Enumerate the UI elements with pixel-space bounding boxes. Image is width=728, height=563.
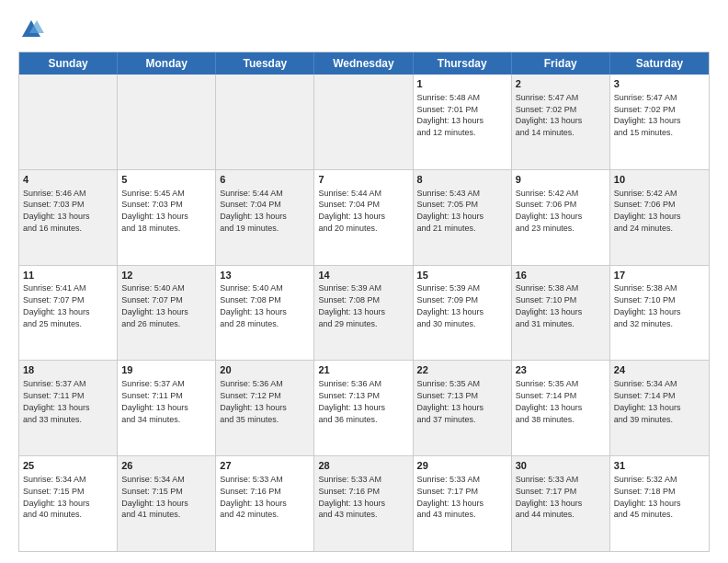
cal-row-3: 18Sunrise: 5:37 AM Sunset: 7:11 PM Dayli… — [19, 361, 709, 456]
cal-cell-27: 27Sunrise: 5:33 AM Sunset: 7:16 PM Dayli… — [216, 456, 314, 551]
cal-row-0: 1Sunrise: 5:48 AM Sunset: 7:01 PM Daylig… — [19, 75, 709, 170]
day-number: 1 — [417, 77, 507, 91]
cal-cell-3: 3Sunrise: 5:47 AM Sunset: 7:02 PM Daylig… — [610, 75, 709, 169]
cal-cell-18: 18Sunrise: 5:37 AM Sunset: 7:11 PM Dayli… — [19, 361, 118, 455]
cell-info: Sunrise: 5:46 AM Sunset: 7:03 PM Dayligh… — [23, 189, 90, 233]
day-number: 19 — [121, 363, 211, 377]
day-number: 15 — [417, 269, 507, 282]
cal-cell-9: 9Sunrise: 5:42 AM Sunset: 7:06 PM Daylig… — [512, 170, 610, 265]
logo — [18, 17, 48, 42]
cell-info: Sunrise: 5:34 AM Sunset: 7:15 PM Dayligh… — [121, 475, 188, 519]
cal-cell-11: 11Sunrise: 5:41 AM Sunset: 7:07 PM Dayli… — [19, 266, 118, 361]
cal-cell-10: 10Sunrise: 5:42 AM Sunset: 7:06 PM Dayli… — [610, 170, 709, 265]
cell-info: Sunrise: 5:44 AM Sunset: 7:04 PM Dayligh… — [220, 189, 287, 233]
cal-cell-22: 22Sunrise: 5:35 AM Sunset: 7:13 PM Dayli… — [414, 361, 512, 455]
cal-cell-empty-0-3 — [314, 75, 413, 169]
day-number: 10 — [614, 173, 705, 187]
cal-cell-17: 17Sunrise: 5:38 AM Sunset: 7:10 PM Dayli… — [610, 266, 709, 361]
cell-info: Sunrise: 5:32 AM Sunset: 7:18 PM Dayligh… — [614, 475, 681, 519]
cell-info: Sunrise: 5:39 AM Sunset: 7:08 PM Dayligh… — [318, 283, 385, 327]
cal-header-tuesday: Tuesday — [216, 52, 314, 75]
day-number: 7 — [318, 173, 408, 187]
calendar-header-row: SundayMondayTuesdayWednesdayThursdayFrid… — [19, 52, 709, 75]
day-number: 5 — [121, 173, 211, 187]
cell-info: Sunrise: 5:42 AM Sunset: 7:06 PM Dayligh… — [614, 189, 681, 233]
day-number: 26 — [121, 459, 211, 473]
cal-row-2: 11Sunrise: 5:41 AM Sunset: 7:07 PM Dayli… — [19, 266, 709, 362]
day-number: 4 — [23, 173, 113, 187]
day-number: 29 — [417, 459, 507, 473]
page: SundayMondayTuesdayWednesdayThursdayFrid… — [0, 0, 728, 563]
day-number: 31 — [614, 459, 705, 473]
cell-info: Sunrise: 5:36 AM Sunset: 7:12 PM Dayligh… — [220, 379, 287, 423]
day-number: 27 — [220, 459, 310, 473]
cal-cell-empty-0-1 — [118, 75, 216, 169]
cal-cell-31: 31Sunrise: 5:32 AM Sunset: 7:18 PM Dayli… — [610, 456, 709, 551]
cell-info: Sunrise: 5:37 AM Sunset: 7:11 PM Dayligh… — [23, 379, 90, 423]
day-number: 24 — [614, 363, 705, 377]
cal-cell-empty-0-2 — [216, 75, 314, 169]
day-number: 22 — [417, 363, 507, 377]
cal-cell-23: 23Sunrise: 5:35 AM Sunset: 7:14 PM Dayli… — [512, 361, 610, 455]
cal-cell-16: 16Sunrise: 5:38 AM Sunset: 7:10 PM Dayli… — [512, 266, 610, 361]
cell-info: Sunrise: 5:33 AM Sunset: 7:16 PM Dayligh… — [220, 475, 287, 519]
cal-cell-1: 1Sunrise: 5:48 AM Sunset: 7:01 PM Daylig… — [414, 75, 512, 169]
cal-header-saturday: Saturday — [610, 52, 709, 75]
cell-info: Sunrise: 5:33 AM Sunset: 7:17 PM Dayligh… — [417, 475, 484, 519]
day-number: 14 — [318, 269, 408, 282]
cal-cell-4: 4Sunrise: 5:46 AM Sunset: 7:03 PM Daylig… — [19, 170, 118, 265]
cell-info: Sunrise: 5:38 AM Sunset: 7:10 PM Dayligh… — [516, 283, 583, 327]
cell-info: Sunrise: 5:34 AM Sunset: 7:14 PM Dayligh… — [614, 379, 681, 423]
cell-info: Sunrise: 5:45 AM Sunset: 7:03 PM Dayligh… — [121, 189, 188, 233]
cal-header-friday: Friday — [512, 52, 610, 75]
cell-info: Sunrise: 5:43 AM Sunset: 7:05 PM Dayligh… — [417, 189, 484, 233]
cell-info: Sunrise: 5:33 AM Sunset: 7:16 PM Dayligh… — [318, 475, 385, 519]
cal-cell-14: 14Sunrise: 5:39 AM Sunset: 7:08 PM Dayli… — [314, 266, 413, 361]
cell-info: Sunrise: 5:44 AM Sunset: 7:04 PM Dayligh… — [318, 189, 385, 233]
cell-info: Sunrise: 5:47 AM Sunset: 7:02 PM Dayligh… — [516, 93, 583, 137]
cell-info: Sunrise: 5:40 AM Sunset: 7:07 PM Dayligh… — [121, 283, 188, 327]
day-number: 21 — [318, 363, 408, 377]
cell-info: Sunrise: 5:41 AM Sunset: 7:07 PM Dayligh… — [23, 283, 90, 327]
day-number: 3 — [614, 77, 705, 91]
cal-cell-24: 24Sunrise: 5:34 AM Sunset: 7:14 PM Dayli… — [610, 361, 709, 455]
cal-row-4: 25Sunrise: 5:34 AM Sunset: 7:15 PM Dayli… — [19, 456, 709, 551]
calendar: SundayMondayTuesdayWednesdayThursdayFrid… — [18, 52, 710, 552]
cell-info: Sunrise: 5:38 AM Sunset: 7:10 PM Dayligh… — [614, 283, 681, 327]
day-number: 16 — [516, 269, 606, 282]
day-number: 13 — [220, 269, 310, 282]
cal-cell-7: 7Sunrise: 5:44 AM Sunset: 7:04 PM Daylig… — [314, 170, 413, 265]
cell-info: Sunrise: 5:48 AM Sunset: 7:01 PM Dayligh… — [417, 93, 484, 137]
cal-cell-15: 15Sunrise: 5:39 AM Sunset: 7:09 PM Dayli… — [414, 266, 512, 361]
cal-cell-8: 8Sunrise: 5:43 AM Sunset: 7:05 PM Daylig… — [414, 170, 512, 265]
cell-info: Sunrise: 5:35 AM Sunset: 7:14 PM Dayligh… — [516, 379, 583, 423]
day-number: 20 — [220, 363, 310, 377]
day-number: 23 — [516, 363, 606, 377]
day-number: 2 — [516, 77, 606, 91]
cal-cell-20: 20Sunrise: 5:36 AM Sunset: 7:12 PM Dayli… — [216, 361, 314, 455]
header — [18, 17, 710, 42]
day-number: 12 — [121, 269, 211, 282]
cell-info: Sunrise: 5:47 AM Sunset: 7:02 PM Dayligh… — [614, 93, 681, 137]
cal-cell-12: 12Sunrise: 5:40 AM Sunset: 7:07 PM Dayli… — [118, 266, 216, 361]
day-number: 9 — [516, 173, 606, 187]
cal-header-thursday: Thursday — [414, 52, 512, 75]
cal-cell-28: 28Sunrise: 5:33 AM Sunset: 7:16 PM Dayli… — [314, 456, 413, 551]
day-number: 28 — [318, 459, 408, 473]
cell-info: Sunrise: 5:40 AM Sunset: 7:08 PM Dayligh… — [220, 283, 287, 327]
cal-cell-6: 6Sunrise: 5:44 AM Sunset: 7:04 PM Daylig… — [216, 170, 314, 265]
cal-cell-19: 19Sunrise: 5:37 AM Sunset: 7:11 PM Dayli… — [118, 361, 216, 455]
cell-info: Sunrise: 5:39 AM Sunset: 7:09 PM Dayligh… — [417, 283, 484, 327]
cell-info: Sunrise: 5:35 AM Sunset: 7:13 PM Dayligh… — [417, 379, 484, 423]
cal-header-monday: Monday — [118, 52, 216, 75]
day-number: 30 — [516, 459, 606, 473]
day-number: 17 — [614, 269, 705, 282]
cell-info: Sunrise: 5:34 AM Sunset: 7:15 PM Dayligh… — [23, 475, 90, 519]
cal-cell-26: 26Sunrise: 5:34 AM Sunset: 7:15 PM Dayli… — [118, 456, 216, 551]
cal-cell-29: 29Sunrise: 5:33 AM Sunset: 7:17 PM Dayli… — [414, 456, 512, 551]
logo-icon — [18, 17, 44, 42]
cal-row-1: 4Sunrise: 5:46 AM Sunset: 7:03 PM Daylig… — [19, 170, 709, 266]
cell-info: Sunrise: 5:36 AM Sunset: 7:13 PM Dayligh… — [318, 379, 385, 423]
calendar-body: 1Sunrise: 5:48 AM Sunset: 7:01 PM Daylig… — [19, 75, 709, 551]
cal-cell-5: 5Sunrise: 5:45 AM Sunset: 7:03 PM Daylig… — [118, 170, 216, 265]
